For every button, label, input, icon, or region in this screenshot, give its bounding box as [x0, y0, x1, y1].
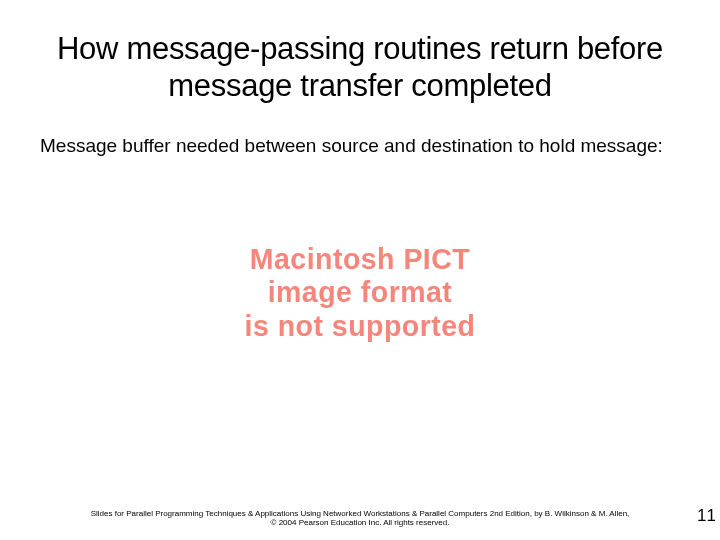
footer-line-2: © 2004 Pearson Education Inc. All rights… — [60, 518, 660, 528]
image-placeholder: Macintosh PICT image format is not suppo… — [239, 241, 482, 342]
placeholder-line-2: image format — [245, 275, 476, 309]
page-number: 11 — [697, 506, 716, 526]
slide-footer: Slides for Parallel Programming Techniqu… — [0, 509, 720, 528]
placeholder-line-1: Macintosh PICT — [245, 241, 476, 275]
footer-line-1: Slides for Parallel Programming Techniqu… — [60, 509, 660, 519]
slide-body-text: Message buffer needed between source and… — [0, 114, 720, 158]
slide: How message-passing routines return befo… — [0, 0, 720, 540]
slide-title: How message-passing routines return befo… — [0, 0, 720, 114]
placeholder-line-3: is not supported — [245, 308, 476, 342]
